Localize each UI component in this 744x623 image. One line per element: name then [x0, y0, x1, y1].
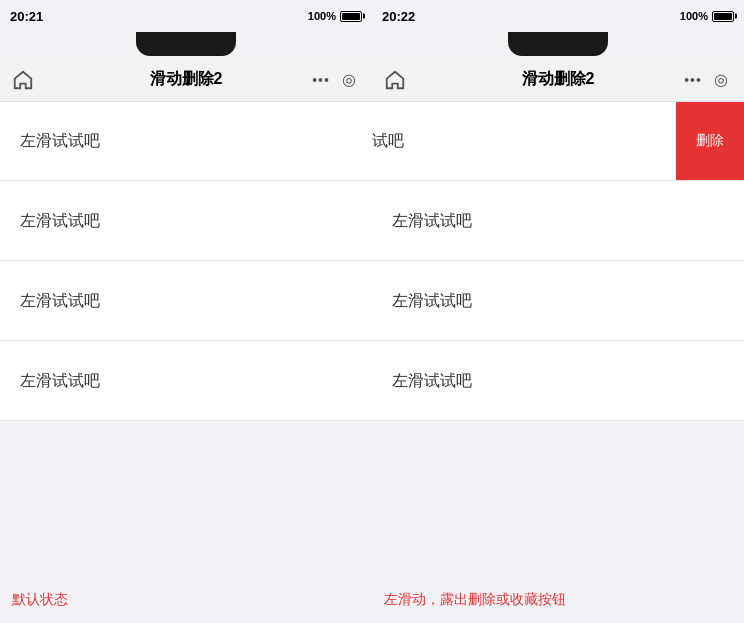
list-item-0-right[interactable]: 左滑试试吧: [372, 102, 676, 180]
nav-bar-right: 滑动删除2 ••• ◎: [372, 58, 744, 102]
list-item-2-right[interactable]: 左滑试试吧: [372, 262, 744, 340]
battery-icon-right: [712, 11, 734, 22]
footer-annotation-right: 左滑动，露出删除或收藏按钮: [372, 581, 744, 623]
battery-fill-right: [714, 13, 732, 20]
delete-button-0-right[interactable]: 删除: [676, 102, 744, 180]
nav-left-right: [384, 69, 444, 91]
list-item-label-3-left: 左滑试试吧: [20, 371, 100, 392]
list-item-wrapper-0-left[interactable]: 左滑试试吧: [0, 102, 372, 181]
nav-title-right: 滑动删除2: [522, 69, 595, 90]
nav-right-left: ••• ◎: [300, 69, 360, 91]
list-item-3-right[interactable]: 左滑试试吧: [372, 342, 744, 420]
footer-text-right: 左滑动，露出删除或收藏按钮: [384, 591, 566, 607]
list-item-1-left[interactable]: 左滑试试吧: [0, 182, 372, 260]
target-icon-right[interactable]: ◎: [710, 69, 732, 91]
home-icon-left[interactable]: [12, 69, 34, 91]
footer-annotation-left: 默认状态: [0, 581, 372, 623]
list-item-wrapper-3-right[interactable]: 左滑试试吧: [372, 342, 744, 421]
list-area-left: 左滑试试吧 左滑试试吧 左滑试试吧 左滑试试吧: [0, 102, 372, 581]
status-bar-left: 20:21 100%: [0, 0, 372, 30]
list-item-wrapper-1-left[interactable]: 左滑试试吧: [0, 182, 372, 261]
status-right-left: 100%: [308, 10, 362, 22]
nav-title-left: 滑动删除2: [150, 69, 223, 90]
home-icon-right[interactable]: [384, 69, 406, 91]
notch-left: [136, 32, 236, 56]
status-time-left: 20:21: [10, 9, 43, 24]
target-icon-left[interactable]: ◎: [338, 69, 360, 91]
list-item-label-0-left: 左滑试试吧: [20, 131, 100, 152]
list-item-label-2-left: 左滑试试吧: [20, 291, 100, 312]
status-time-right: 20:22: [382, 9, 415, 24]
notch-right: [508, 32, 608, 56]
list-item-0-left[interactable]: 左滑试试吧: [0, 102, 372, 180]
list-item-wrapper-2-left[interactable]: 左滑试试吧: [0, 262, 372, 341]
battery-fill-left: [342, 13, 360, 20]
delete-label-0-right: 删除: [696, 132, 724, 150]
list-area-right: 删除 左滑试试吧 左滑试试吧 左滑试试吧 左滑试试吧: [372, 102, 744, 581]
phone-right: 20:22 100% 滑动删除2 ••• ◎: [372, 0, 744, 623]
nav-bar-left: 滑动删除2 ••• ◎: [0, 58, 372, 102]
list-item-1-right[interactable]: 左滑试试吧: [372, 182, 744, 260]
list-item-label-3-right: 左滑试试吧: [392, 371, 472, 392]
list-item-label-0-right: 左滑试试吧: [372, 131, 404, 152]
footer-text-left: 默认状态: [12, 591, 68, 607]
battery-icon-left: [340, 11, 362, 22]
list-item-wrapper-1-right[interactable]: 左滑试试吧: [372, 182, 744, 261]
more-icon-right[interactable]: •••: [682, 69, 704, 91]
nav-right-right: ••• ◎: [672, 69, 732, 91]
status-right-right: 100%: [680, 10, 734, 22]
list-item-wrapper-3-left[interactable]: 左滑试试吧: [0, 342, 372, 421]
list-item-label-1-right: 左滑试试吧: [392, 211, 472, 232]
list-item-wrapper-2-right[interactable]: 左滑试试吧: [372, 262, 744, 341]
notch-bar-right: [372, 30, 744, 58]
battery-body-left: [340, 11, 362, 22]
notch-bar-left: [0, 30, 372, 58]
battery-pct-left: 100%: [308, 10, 336, 22]
list-item-label-2-right: 左滑试试吧: [392, 291, 472, 312]
phone-left: 20:21 100% 滑动删除2 ••• ◎: [0, 0, 372, 623]
list-item-wrapper-0-right[interactable]: 删除 左滑试试吧: [372, 102, 744, 181]
list-item-label-1-left: 左滑试试吧: [20, 211, 100, 232]
more-icon-left[interactable]: •••: [310, 69, 332, 91]
battery-body-right: [712, 11, 734, 22]
battery-pct-right: 100%: [680, 10, 708, 22]
nav-left-left: [12, 69, 72, 91]
list-item-2-left[interactable]: 左滑试试吧: [0, 262, 372, 340]
status-bar-right: 20:22 100%: [372, 0, 744, 30]
list-item-3-left[interactable]: 左滑试试吧: [0, 342, 372, 420]
